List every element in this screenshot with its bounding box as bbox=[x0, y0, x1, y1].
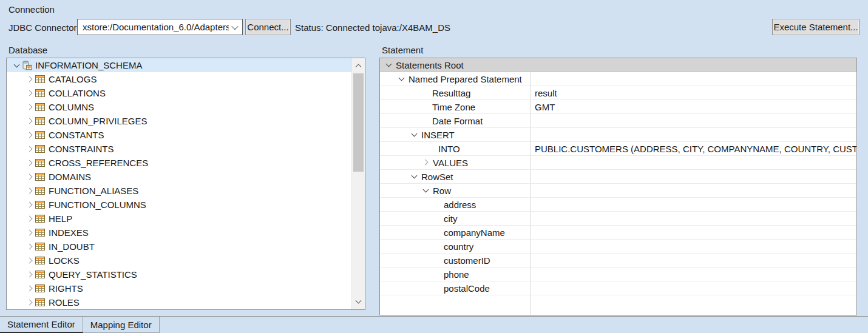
statement-row-name-cell[interactable]: country bbox=[380, 240, 531, 253]
statement-tree-row[interactable]: Statements Root bbox=[380, 58, 856, 72]
scrollbar-down-arrow-icon[interactable] bbox=[352, 295, 365, 309]
scrollbar-up-arrow-icon[interactable] bbox=[352, 58, 365, 72]
execute-statement-button[interactable]: Execute Statement... bbox=[772, 19, 860, 35]
tree-expander-icon[interactable] bbox=[25, 270, 35, 280]
database-tree-item[interactable]: COLUMN_PRIVILEGES bbox=[7, 114, 351, 128]
tree-expander-icon[interactable] bbox=[25, 144, 35, 154]
statement-tree-row[interactable]: Row bbox=[380, 184, 856, 198]
database-tree-item[interactable]: FUNCTION_ALIASES bbox=[7, 184, 351, 198]
statement-tree-row[interactable]: Time Zone GMT bbox=[380, 100, 856, 114]
statement-tree-row[interactable]: VALUES bbox=[380, 156, 856, 170]
tree-expander-icon[interactable] bbox=[25, 228, 35, 238]
tree-expander-icon[interactable] bbox=[25, 116, 35, 126]
database-tree-item[interactable]: COLLATIONS bbox=[7, 86, 351, 100]
tree-expander-icon[interactable] bbox=[25, 89, 35, 98]
database-tree-item[interactable]: RIGHTS bbox=[7, 281, 351, 295]
statement-row-name-cell[interactable]: companyName bbox=[380, 226, 531, 239]
statement-row-name-cell[interactable]: Resulttag bbox=[380, 86, 531, 99]
database-tree-item[interactable]: QUERY_STATISTICS bbox=[7, 267, 351, 281]
tree-expander-icon[interactable] bbox=[25, 214, 35, 224]
statement-row-value-cell[interactable] bbox=[531, 170, 856, 183]
statement-tree-row[interactable]: country bbox=[380, 240, 856, 254]
statement-row-value-cell[interactable] bbox=[531, 198, 856, 211]
database-tree-item[interactable]: INDEXES bbox=[7, 226, 351, 240]
tab-statement-editor[interactable]: Statement Editor bbox=[0, 317, 83, 333]
statement-row-name-cell[interactable]: Row bbox=[380, 184, 531, 197]
connect-button[interactable]: Connect... bbox=[245, 19, 291, 35]
statement-row-name-cell[interactable]: Statements Root bbox=[380, 58, 531, 72]
statement-tree-row[interactable]: Resulttag result bbox=[380, 86, 856, 100]
statement-row-value-cell[interactable] bbox=[531, 128, 856, 141]
database-tree-item[interactable]: LOCKS bbox=[7, 254, 351, 267]
tree-expander-icon[interactable] bbox=[384, 60, 394, 70]
statement-row-name-cell[interactable]: INTO bbox=[380, 142, 531, 155]
statement-tree-row[interactable]: city bbox=[380, 212, 856, 226]
statement-row-value-cell[interactable] bbox=[531, 184, 856, 197]
jdbc-connector-select[interactable]: xstore:/Documentation_6.0/Adapters bbox=[77, 19, 243, 35]
statement-tree-row[interactable]: phone bbox=[380, 267, 856, 281]
statement-row-value-cell[interactable] bbox=[531, 254, 856, 267]
statement-row-name-cell[interactable]: customerID bbox=[380, 254, 531, 267]
tree-expander-icon[interactable] bbox=[25, 103, 35, 112]
statement-row-value-cell[interactable] bbox=[531, 72, 856, 86]
statement-row-name-cell[interactable]: Named Prepared Statement bbox=[380, 72, 531, 86]
statement-row-value-cell[interactable] bbox=[531, 240, 856, 253]
statement-row-value-cell[interactable] bbox=[531, 226, 856, 239]
database-tree-item[interactable]: DOMAINS bbox=[7, 170, 351, 184]
statement-tree-row[interactable]: customerID bbox=[380, 254, 856, 267]
statement-tree-row[interactable]: address bbox=[380, 198, 856, 212]
scrollbar-thumb[interactable] bbox=[353, 73, 364, 172]
statement-row-name-cell[interactable]: phone bbox=[380, 267, 531, 281]
statement-row-value-cell[interactable]: PUBLIC.CUSTOMERS (ADDRESS, CITY, COMPANY… bbox=[531, 142, 856, 155]
statement-row-name-cell[interactable]: address bbox=[380, 198, 531, 211]
statement-row-value-cell[interactable] bbox=[531, 267, 856, 281]
statement-row-name-cell[interactable]: VALUES bbox=[380, 156, 531, 169]
database-tree-item[interactable]: CATALOGS bbox=[7, 72, 351, 86]
tree-expander-icon[interactable] bbox=[25, 284, 35, 294]
tree-expander-icon[interactable] bbox=[25, 130, 35, 140]
statement-row-value-cell[interactable] bbox=[531, 281, 856, 295]
database-tree-item[interactable]: CROSS_REFERENCES bbox=[7, 156, 351, 170]
tree-expander-icon[interactable] bbox=[25, 186, 35, 196]
tree-expander-icon[interactable] bbox=[410, 172, 419, 181]
tree-expander-icon[interactable] bbox=[25, 256, 35, 266]
tree-expander-icon[interactable] bbox=[25, 158, 35, 168]
tree-expander-icon[interactable] bbox=[410, 130, 419, 140]
database-tree-item[interactable]: HELP bbox=[7, 212, 351, 226]
statement-row-name-cell[interactable]: postalCode bbox=[380, 281, 531, 295]
statement-tree-row[interactable]: INTO PUBLIC.CUSTOMERS (ADDRESS, CITY, CO… bbox=[380, 142, 856, 156]
statement-tree-row[interactable]: INSERT bbox=[380, 128, 856, 142]
tree-expander-icon[interactable] bbox=[25, 298, 35, 308]
statement-row-value-cell[interactable] bbox=[531, 114, 856, 127]
statement-row-name-cell[interactable]: RowSet bbox=[380, 170, 531, 183]
statement-row-name-cell[interactable]: Time Zone bbox=[380, 100, 531, 113]
database-tree-item[interactable]: CONSTRAINTS bbox=[7, 142, 351, 156]
statement-row-value-cell[interactable]: GMT bbox=[531, 100, 856, 113]
statement-tree-row[interactable]: companyName bbox=[380, 226, 856, 240]
database-tree-item[interactable]: COLUMNS bbox=[7, 100, 351, 114]
tree-expander-icon[interactable] bbox=[421, 158, 431, 167]
tree-expander-icon[interactable] bbox=[25, 75, 35, 84]
statement-tree-row[interactable]: Named Prepared Statement bbox=[380, 72, 856, 86]
database-tree-item[interactable]: CONSTANTS bbox=[7, 128, 351, 142]
tree-expander-icon[interactable] bbox=[12, 61, 22, 70]
database-tree-item[interactable]: ROLES bbox=[7, 295, 351, 309]
tree-expander-icon[interactable] bbox=[25, 172, 35, 182]
tree-expander-icon[interactable] bbox=[397, 74, 407, 84]
database-tree-item[interactable]: INFORMATION_SCHEMA bbox=[7, 58, 351, 72]
database-scrollbar[interactable] bbox=[351, 58, 365, 309]
tree-expander-icon[interactable] bbox=[25, 200, 35, 210]
statement-tree-row[interactable]: RowSet bbox=[380, 170, 856, 184]
database-tree-item[interactable]: IN_DOUBT bbox=[7, 240, 351, 254]
statement-row-name-cell[interactable]: city bbox=[380, 212, 531, 225]
statement-tree-row[interactable]: Date Format bbox=[380, 114, 856, 128]
database-tree-item[interactable]: FUNCTION_COLUMNS bbox=[7, 198, 351, 212]
tree-expander-icon[interactable] bbox=[421, 186, 431, 195]
statement-tree-row[interactable]: postalCode bbox=[380, 281, 856, 295]
statement-row-name-cell[interactable]: Date Format bbox=[380, 114, 531, 127]
statement-row-value-cell[interactable] bbox=[531, 156, 856, 169]
statement-row-value-cell[interactable] bbox=[531, 212, 856, 225]
statement-row-name-cell[interactable]: INSERT bbox=[380, 128, 531, 141]
statement-row-value-cell[interactable]: result bbox=[531, 86, 856, 99]
statement-row-value-cell[interactable] bbox=[531, 58, 856, 72]
